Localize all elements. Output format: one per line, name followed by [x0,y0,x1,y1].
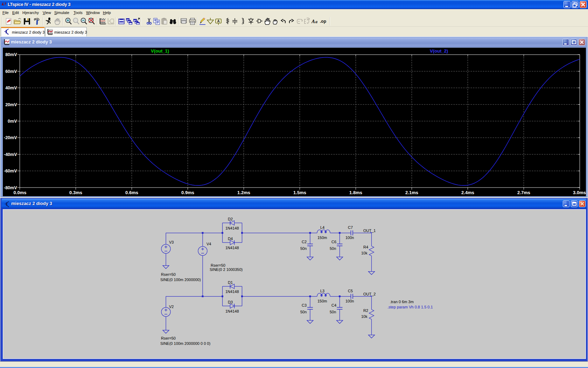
svg-text:Rser=50: Rser=50 [211,263,225,267]
svg-text:1N4148: 1N4148 [225,309,239,313]
svg-text:SINE(0 2 1000350): SINE(0 2 1000350) [210,267,243,272]
svg-text:.tran 0 6m 3m: .tran 0 6m 3m [390,300,414,304]
svg-text:Rser=50: Rser=50 [161,336,176,340]
svg-text:-20mV: -20mV [4,135,17,140]
svg-text:-80mV: -80mV [4,185,17,190]
svg-text:1.8ms: 1.8ms [349,190,362,195]
svg-text:Rser=50: Rser=50 [161,272,176,277]
svg-text:D1: D1 [228,280,233,285]
svg-text:3.0ms: 3.0ms [573,190,586,195]
svg-text:1.5ms: 1.5ms [293,190,306,195]
svg-text:-40mV: -40mV [4,152,17,157]
svg-text:A: A [311,19,315,24]
svg-text:1.2ms: 1.2ms [237,190,250,195]
svg-text:OUT_1: OUT_1 [363,229,376,233]
svg-text:10k: 10k [361,251,368,255]
svg-text:0.3ms: 0.3ms [69,190,82,195]
svg-text:OUT_2: OUT_2 [363,292,376,296]
svg-text:150m: 150m [317,236,327,240]
svg-text:C4: C4 [331,303,336,307]
svg-text:SINE(0 100m 2000000 0 0 0): SINE(0 100m 2000000 0 0 0) [160,341,210,346]
svg-text:50n: 50n [300,246,307,251]
svg-text:1N4148: 1N4148 [225,289,239,294]
svg-text:100n: 100n [345,299,354,303]
svg-text:2.7ms: 2.7ms [517,190,530,195]
svg-text:C3: C3 [302,303,307,307]
svg-text:C2: C2 [302,240,307,244]
svg-text:80mV: 80mV [5,52,17,57]
svg-text:V(out_2): V(out_2) [430,48,448,54]
svg-text:40mV: 40mV [5,86,17,90]
svg-text:C5: C5 [348,289,353,293]
svg-text:R4: R4 [363,245,368,249]
svg-text:V(out_1): V(out_1) [151,48,169,54]
svg-text:0.0ms: 0.0ms [14,190,27,195]
svg-text:C7: C7 [348,225,353,230]
svg-text:1N4148: 1N4148 [225,246,239,250]
svg-text:-60mV: -60mV [4,169,17,173]
svg-text:V4: V4 [206,242,211,246]
svg-text:60mV: 60mV [5,69,17,74]
svg-text:D3: D3 [228,300,233,304]
svg-text:0.6ms: 0.6ms [125,190,138,195]
svg-text:R2: R2 [363,308,368,313]
svg-text:V2: V2 [169,305,174,309]
svg-text:100n: 100n [345,236,354,240]
svg-text:0.9ms: 0.9ms [181,190,194,195]
svg-text:1N4148: 1N4148 [225,226,239,230]
svg-text:D2: D2 [228,217,233,221]
svg-text:L4: L4 [320,225,324,230]
svg-text:50n: 50n [330,246,336,251]
svg-text:20mV: 20mV [5,102,17,107]
svg-text:L3: L3 [320,289,324,293]
svg-text:C6: C6 [331,240,336,244]
svg-text:2.1ms: 2.1ms [405,190,418,195]
svg-text:.op: .op [320,19,326,24]
svg-text:50n: 50n [300,310,307,314]
svg-text:10k: 10k [361,314,368,319]
svg-text:SINE(0 100m 2000000): SINE(0 100m 2000000) [160,278,201,282]
svg-text:150m: 150m [317,299,327,303]
svg-text:a: a [315,19,317,24]
svg-text:A: A [217,19,219,23]
svg-text:50n: 50n [330,310,336,314]
svg-text:0mV: 0mV [8,119,17,124]
svg-text:.step param Vh 0.8 1.5 0.1: .step param Vh 0.8 1.5 0.1 [387,305,433,309]
svg-text:V3: V3 [169,240,174,244]
svg-text:D4: D4 [228,237,233,241]
svg-text:2.4ms: 2.4ms [461,190,474,195]
